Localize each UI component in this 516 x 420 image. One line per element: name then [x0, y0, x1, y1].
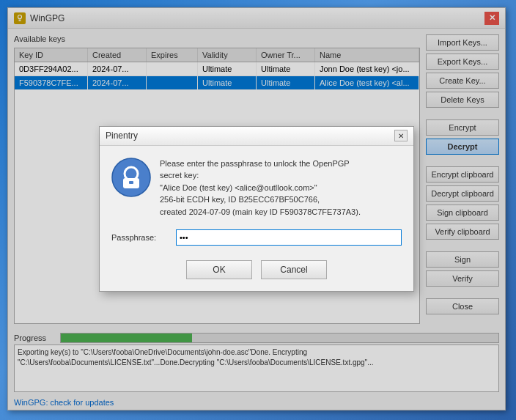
msg-line5: created 2024-07-09 (main key ID F590378C…: [160, 207, 361, 216]
svg-rect-6: [129, 181, 133, 184]
dialog-message: Please enter the passphrase to unlock th…: [160, 158, 402, 218]
passphrase-label: Passphrase:: [111, 233, 170, 242]
pinentry-dialog: Pinentry ✕ Please enter the passphrase t: [99, 126, 414, 292]
dialog-icon: [111, 158, 151, 197]
svg-point-3: [112, 158, 150, 196]
ok-button[interactable]: OK: [186, 260, 252, 279]
dialog-body: Please enter the passphrase to unlock th…: [100, 146, 413, 230]
msg-line2: secret key:: [160, 171, 199, 180]
passphrase-row: Passphrase:: [100, 229, 413, 254]
msg-line4: 256-bit ECDH key, ID B25ECC67BF50C766,: [160, 195, 320, 204]
dialog-title-bar: Pinentry ✕: [100, 127, 413, 146]
msg-line3: "Alice Doe (test key) <alice@outllook.co…: [160, 183, 317, 192]
dialog-overlay: Pinentry ✕ Please enter the passphrase t: [8, 8, 505, 410]
cancel-button[interactable]: Cancel: [261, 260, 327, 279]
dialog-close-button[interactable]: ✕: [394, 130, 408, 141]
msg-line1: Please enter the passphrase to unlock th…: [160, 159, 350, 168]
dialog-buttons: OK Cancel: [100, 254, 413, 291]
dialog-title: Pinentry: [106, 130, 394, 141]
passphrase-input[interactable]: [176, 229, 402, 246]
main-window: WinGPG ✕ Available keys Key ID Created E…: [7, 7, 506, 410]
